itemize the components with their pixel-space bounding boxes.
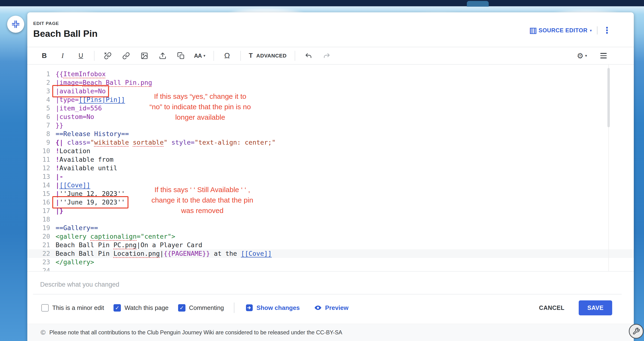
page-header: EDIT PAGE Beach Ball Pin [[]] SOURCE EDI… — [33, 21, 611, 39]
commenting-option[interactable]: ✓ Commenting — [178, 304, 224, 312]
source-code-editor[interactable]: 1{{ItemInfobox2|image=Beach Ball Pin.png… — [27, 64, 634, 272]
line-number: 18 — [27, 215, 50, 224]
show-changes-icon — [245, 304, 253, 312]
toolbar-divider — [214, 51, 214, 61]
option-checkbox[interactable]: ✓ — [114, 304, 121, 312]
source-editor-label: SOURCE EDITOR — [538, 27, 588, 34]
background-tab-shape — [467, 1, 489, 7]
code-line[interactable]: 22Beach Ball Pin Location.png|{{PAGENAME… — [27, 249, 634, 258]
advanced-button[interactable]: T ADVANCED — [246, 49, 289, 62]
line-number: 17 — [27, 206, 50, 215]
show-changes-button[interactable]: Show changes — [244, 304, 301, 312]
kebab-menu-button[interactable]: ⋮ — [603, 26, 611, 35]
line-number: 12 — [27, 164, 50, 172]
omega-icon: Ω — [224, 51, 230, 60]
code-line[interactable]: 1{{ItemInfobox — [27, 70, 634, 78]
toolbar-menu-button[interactable] — [596, 49, 611, 62]
line-number: 1 — [27, 70, 50, 78]
code-line[interactable]: 16|''June 19, 2023'' — [27, 198, 634, 206]
line-number: 20 — [27, 232, 50, 241]
gear-icon: ⚙ — [577, 52, 584, 60]
toolbar-divider — [295, 51, 295, 61]
insert-image-button[interactable] — [137, 49, 152, 62]
line-number: 4 — [27, 96, 50, 104]
source-editor-dropdown[interactable]: [[]] SOURCE EDITOR ▾ — [530, 27, 592, 34]
edit-page-panel: EDIT PAGE Beach Ball Pin [[]] SOURCE EDI… — [27, 12, 634, 341]
option-checkbox[interactable] — [41, 304, 49, 312]
line-number: 3 — [27, 87, 50, 96]
code-line[interactable]: 2|image=Beach Ball Pin.png — [27, 78, 634, 87]
edit-summary-input[interactable] — [33, 275, 622, 294]
license-notice: Please note that all contributions to th… — [50, 329, 342, 336]
link-icon — [122, 52, 130, 60]
undo-button[interactable] — [301, 49, 316, 62]
save-button[interactable]: SAVE — [579, 300, 612, 315]
unlink-button[interactable] — [100, 49, 115, 62]
chevron-down-icon: ▾ — [204, 54, 206, 58]
line-number: 23 — [27, 258, 50, 266]
line-number: 22 — [27, 249, 50, 258]
code-line[interactable]: 3|available=No — [27, 87, 634, 96]
code-lines: 1{{ItemInfobox2|image=Beach Ball Pin.png… — [27, 64, 634, 272]
text-style-dropdown[interactable]: AA ▾ — [192, 49, 208, 62]
minor-edit-option[interactable]: This is a minor edit — [41, 304, 104, 312]
upload-button[interactable] — [155, 49, 170, 62]
special-characters-button[interactable]: Ω — [220, 49, 234, 62]
code-line[interactable]: 18 — [27, 215, 634, 224]
code-line[interactable]: 8==Release History== — [27, 130, 634, 138]
code-line[interactable]: 12!Available until — [27, 164, 634, 172]
code-line[interactable]: 4|type=[[Pins|Pin]] — [27, 96, 634, 104]
copyright-icon: © — [40, 329, 46, 336]
line-number: 5 — [27, 104, 50, 112]
option-checkbox[interactable]: ✓ — [178, 304, 186, 312]
preview-button[interactable]: Preview — [312, 304, 350, 312]
advanced-label: ADVANCED — [256, 53, 286, 59]
redo-button[interactable] — [319, 49, 334, 62]
code-line[interactable]: 13|- — [27, 172, 634, 181]
settings-dropdown[interactable]: ⚙ ▾ — [574, 49, 590, 62]
option-label: Watch this page — [124, 304, 168, 312]
code-line[interactable]: 5|item_id=556 — [27, 104, 634, 112]
option-label: Commenting — [189, 304, 224, 312]
cancel-button[interactable]: CANCEL — [538, 304, 566, 312]
line-number: 14 — [27, 181, 50, 190]
underline-button[interactable]: U — [74, 49, 88, 62]
line-number: 24 — [27, 266, 50, 272]
editor-toolbar: B I U — [27, 47, 634, 64]
code-line[interactable]: 23</gallery> — [27, 258, 634, 266]
insert-template-button[interactable] — [173, 49, 188, 62]
code-line[interactable]: 7}} — [27, 121, 634, 130]
code-line[interactable]: 19==Gallery== — [27, 224, 634, 232]
line-number: 15 — [27, 190, 50, 198]
template-icon — [177, 52, 185, 60]
watch-page-option[interactable]: ✓ Watch this page — [114, 304, 168, 312]
line-number: 9 — [27, 138, 50, 147]
bold-button[interactable]: B — [37, 49, 52, 62]
code-line[interactable]: 6|custom=No — [27, 112, 634, 121]
link-button[interactable] — [118, 49, 134, 62]
editor-scrollbar-thumb[interactable] — [608, 68, 610, 127]
line-number: 10 — [27, 147, 50, 155]
code-line[interactable]: 20<gallery captionalign="center"> — [27, 232, 634, 241]
undo-icon — [305, 52, 312, 60]
page-title: Beach Ball Pin — [33, 28, 98, 39]
annotation-box: |''June 19, 2023'' — [52, 196, 128, 208]
code-line[interactable]: 10!Location — [27, 147, 634, 155]
code-line[interactable]: 9{| class="wikitable sortable" style="te… — [27, 138, 634, 147]
line-number: 19 — [27, 224, 50, 232]
line-number: 11 — [27, 155, 50, 164]
line-number: 8 — [27, 130, 50, 138]
upload-icon — [159, 52, 166, 60]
code-line[interactable]: 24 — [27, 266, 634, 272]
line-number: 7 — [27, 121, 50, 130]
wrench-icon — [632, 328, 640, 335]
source-brackets-icon: [[]] — [530, 27, 536, 34]
code-line[interactable]: 11!Available from — [27, 155, 634, 164]
collapse-editor-button[interactable] — [7, 16, 24, 33]
preview-label: Preview — [325, 304, 348, 312]
tools-floating-button[interactable] — [629, 324, 644, 339]
italic-button[interactable]: I — [55, 49, 70, 62]
code-line[interactable]: 14|[[Cove]] — [27, 181, 634, 190]
code-line[interactable]: 21Beach Ball Pin PC.png|On a Player Card — [27, 241, 634, 249]
hamburger-icon — [600, 53, 607, 58]
